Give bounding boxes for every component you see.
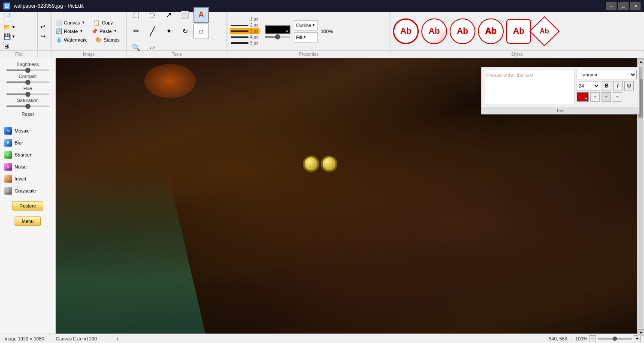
watermark-button[interactable]: 💧 Watermark [53, 36, 89, 44]
color-slider[interactable] [265, 36, 290, 38]
font-size-select[interactable]: 24 12 16 18 36 [577, 81, 600, 90]
close-button[interactable]: ✕ [630, 2, 641, 10]
bold-button[interactable]: B [602, 81, 611, 90]
stroke-5px[interactable]: 5 px [230, 40, 260, 46]
blur-filter[interactable]: B Blur [2, 138, 54, 148]
properties-section: 1 px 2 px 3 px 4 px 5 px ▼ [227, 12, 390, 50]
undo-redo-section: ↩ ↪ [38, 12, 51, 50]
color-picker[interactable]: ▼ [265, 25, 290, 34]
style-shadow2[interactable]: Ab [450, 18, 475, 44]
style-diamond[interactable]: Ab [529, 16, 560, 46]
stroke-2px[interactable]: 2 px [230, 22, 260, 28]
brightness-slider-container [2, 69, 54, 71]
canvas-minus[interactable]: − [102, 335, 109, 342]
save-file-button[interactable]: 💾 ▼ [2, 32, 35, 41]
style-normal[interactable]: Ab [393, 18, 419, 44]
shape-tool[interactable]: ⬜ [177, 7, 193, 23]
saturation-slider[interactable] [6, 105, 49, 107]
print-button[interactable]: 🖨 [2, 42, 35, 50]
redo-button[interactable]: ↪ [39, 32, 49, 40]
copy-button[interactable]: 📋 Copy [91, 19, 115, 27]
text-tool[interactable]: A [194, 7, 209, 23]
stamps-label: Stamps [103, 37, 119, 42]
erase-tool[interactable]: ◻ [194, 24, 209, 39]
hue-slider[interactable] [6, 93, 49, 95]
pencil-tool[interactable]: ✏ [128, 24, 144, 39]
brightness-slider[interactable] [6, 69, 49, 71]
redo-icon: ↪ [40, 33, 45, 39]
bottom-right: 940, 563 | 100% − + [549, 335, 641, 342]
arrow-tool[interactable]: ↗ [161, 7, 176, 23]
canvas-extend-label: Canvas Extend 200 [56, 336, 97, 341]
hue-label: Hue [2, 86, 54, 91]
sharpen-filter[interactable]: S Sharpen [2, 150, 54, 160]
stroke-line-3 [231, 30, 248, 32]
properties-header-label: Properties [227, 51, 390, 58]
fill-dropdown[interactable]: Fill ▼ [294, 32, 317, 42]
stroke-label-1: 1 px [250, 17, 258, 21]
lasso-tool[interactable]: ◌ [145, 7, 160, 23]
stamps-button[interactable]: 🎨 Stamps [93, 36, 122, 44]
stroke-label-3: 3 px [250, 29, 258, 33]
window-title: wallpaper-628359.jpg - PicEdit [14, 3, 84, 9]
blur-icon: B [4, 139, 12, 147]
stroke-4px[interactable]: 4 px [230, 34, 260, 40]
italic-button[interactable]: I [613, 81, 623, 90]
mosaic-filter[interactable]: M Mosaic [2, 126, 54, 136]
restore-button[interactable]: Restore [12, 201, 43, 211]
minimize-button[interactable]: ─ [606, 2, 617, 10]
noise-filter[interactable]: N Noise [2, 162, 54, 172]
canvas-image: Please enter the text Tahoma Arial Times… [56, 58, 644, 336]
style-hexagon[interactable]: Ab [506, 19, 531, 44]
font-family-select[interactable]: Tahoma Arial Times New Roman [577, 70, 637, 79]
contrast-slider[interactable] [6, 81, 49, 83]
style-shadow[interactable]: Ab [421, 18, 447, 44]
canvas-icon: ⬜ [56, 20, 62, 26]
stroke-1px[interactable]: 1 px [230, 16, 260, 22]
text-color-button[interactable] [577, 92, 589, 102]
outline-dropdown[interactable]: Outline ▼ [294, 20, 317, 30]
brightness-label: Brightness [2, 62, 54, 67]
watermark-label: Watermark [64, 37, 87, 42]
star-tool[interactable]: ✦ [161, 24, 176, 39]
image-section: ⬜ Canvas ▼ 📋 Copy 🔄 Rotate ▼ 📌 Paste ▼ [51, 12, 127, 50]
maximize-button[interactable]: □ [618, 2, 629, 10]
paste-label: Paste [100, 29, 112, 34]
undoredo-header-label [38, 51, 51, 58]
invert-filter[interactable]: I Invert [2, 174, 54, 184]
open-file-button[interactable]: 📂 ▼ [2, 23, 35, 31]
scroll-up-button[interactable]: ▲ [638, 58, 644, 65]
rotate-label: Rotate [64, 29, 78, 34]
align-center-button[interactable]: ≡ [602, 92, 611, 102]
sharpen-label: Sharpen [15, 152, 33, 157]
main-toolbar: 📄 📂 ▼ 💾 ▼ 🖨 ↩ ↪ ⬜ [0, 12, 644, 51]
reset-button[interactable]: Reset [2, 111, 54, 117]
undo-button[interactable]: ↩ [39, 22, 49, 31]
align-right-button[interactable]: ≡ [613, 92, 622, 102]
stroke-line-5 [231, 42, 248, 44]
line-tool[interactable]: ╱ [145, 24, 160, 39]
canvas-plus[interactable]: + [114, 335, 121, 342]
rotate-button[interactable]: 🔄 Rotate ▼ [53, 27, 85, 35]
select-tool[interactable]: ⬚ [128, 7, 144, 23]
rotate-tool[interactable]: ↻ [177, 24, 193, 39]
mosaic-label: Mosaic [15, 128, 30, 133]
coordinates: 940, 563 [549, 336, 567, 341]
styles-header-label: Styles [390, 51, 644, 58]
style-outline[interactable]: Ab [478, 18, 504, 44]
grayscale-filter[interactable]: G Grayscale [2, 186, 54, 196]
menu-button[interactable]: Menu [15, 217, 41, 226]
underline-button[interactable]: U [624, 81, 634, 90]
zoom-out-button[interactable]: − [589, 335, 596, 342]
align-left-button[interactable]: ≡ [590, 92, 600, 102]
paste-button[interactable]: 📌 Paste ▼ [89, 27, 119, 35]
canvas-button[interactable]: ⬜ Canvas ▼ [53, 19, 88, 27]
open-icon: 📂 [3, 24, 11, 30]
styles-section: Ab Ab Ab Ab Ab Ab [390, 12, 644, 50]
stroke-3px[interactable]: 3 px [230, 28, 260, 34]
new-icon: 📄 [3, 13, 12, 21]
zoom-slider[interactable] [598, 338, 632, 340]
scroll-down-button[interactable]: ▼ [638, 329, 644, 336]
text-input[interactable]: Please enter the text [484, 70, 575, 104]
new-file-button[interactable]: 📄 [2, 12, 35, 22]
